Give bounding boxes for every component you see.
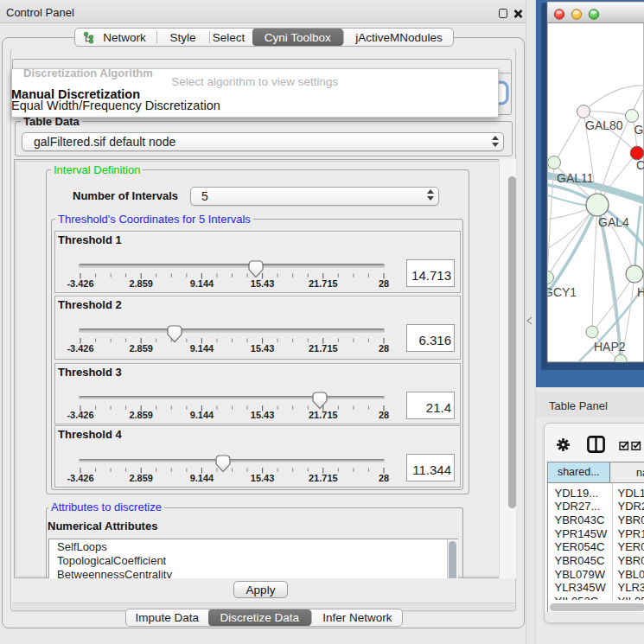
svg-text:HAP2: HAP2 bbox=[594, 340, 626, 354]
svg-text:GAL80: GAL80 bbox=[585, 118, 623, 132]
svg-text:H: H bbox=[637, 285, 644, 299]
svg-text:CY: CY bbox=[636, 158, 644, 172]
svg-text:GCY1: GCY1 bbox=[544, 285, 577, 299]
svg-text:GA: GA bbox=[634, 123, 644, 137]
svg-text:GAL11: GAL11 bbox=[557, 171, 594, 185]
svg-text:GAL4: GAL4 bbox=[598, 215, 629, 229]
